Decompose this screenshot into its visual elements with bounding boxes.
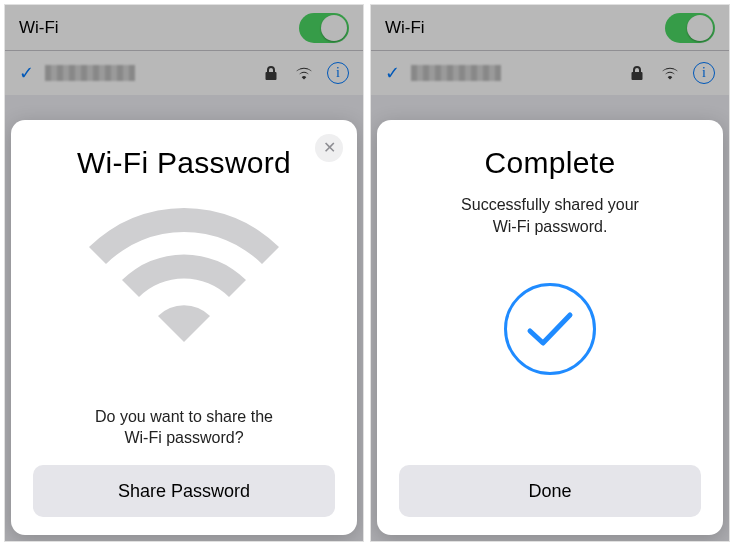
success-check-icon [504, 283, 596, 375]
prompt-text: Do you want to share the Wi-Fi password? [95, 406, 273, 449]
done-button[interactable]: Done [399, 465, 701, 517]
share-password-button[interactable]: Share Password [33, 465, 335, 517]
success-subtitle: Successfully shared your Wi-Fi password. [461, 194, 639, 237]
close-button[interactable]: ✕ [315, 134, 343, 162]
share-password-sheet: ✕ Wi-Fi Password Do you want to share th… [11, 120, 357, 535]
wifi-large-icon [89, 202, 279, 346]
screen-complete: Wi-Fi ✓ i Complete Successfully shared y… [370, 4, 730, 542]
complete-sheet: Complete Successfully shared your Wi-Fi … [377, 120, 723, 535]
sheet-title: Wi-Fi Password [77, 146, 291, 180]
sheet-title: Complete [485, 146, 616, 180]
screen-share-prompt: Wi-Fi ✓ i ✕ Wi-Fi Password Do you want [4, 4, 364, 542]
